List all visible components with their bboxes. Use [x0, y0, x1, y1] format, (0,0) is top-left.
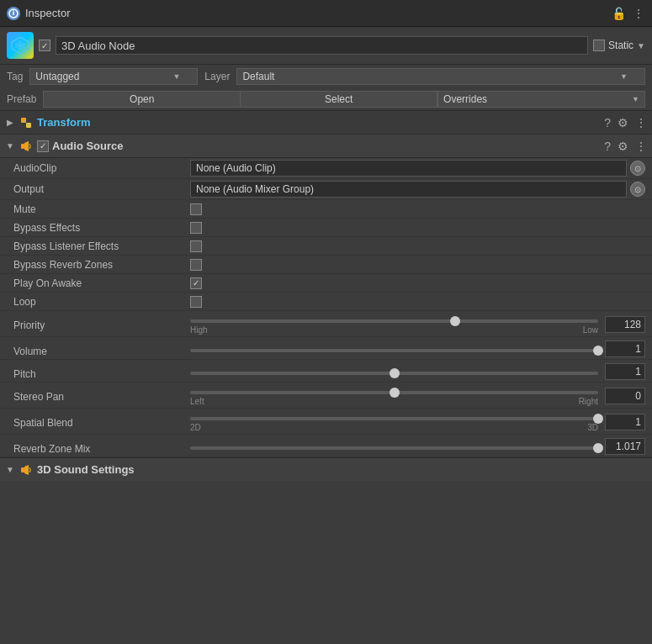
spatial-blend-label: Spatial Blend [13, 412, 190, 429]
overrides-dropdown[interactable]: Overrides ▼ [437, 91, 645, 108]
audio-menu-icon[interactable]: ⋮ [635, 140, 647, 153]
stereo-pan-value-field[interactable] [605, 388, 645, 404]
layer-arrow: ▼ [620, 72, 628, 81]
spatial-blend-slider[interactable] [190, 417, 598, 420]
spatial-blend-value: 2D 3D [190, 412, 645, 432]
audio-collapse-arrow: ▼ [5, 141, 15, 151]
audio-source-enabled-checkbox[interactable] [37, 140, 49, 152]
bypass-reverb-value [190, 259, 645, 271]
mute-label: Mute [13, 203, 190, 215]
svg-rect-12 [21, 467, 24, 472]
audioclip-row: AudioClip None (Audio Clip) ⊙ [0, 158, 652, 179]
output-row: Output None (Audio Mixer Group) ⊙ [0, 179, 652, 200]
tag-layer-row: Tag Untagged ▼ Layer Default ▼ [0, 65, 652, 88]
loop-label: Loop [13, 296, 190, 308]
priority-label: Priority [13, 314, 190, 331]
bypass-reverb-checkbox[interactable] [190, 259, 202, 271]
priority-thumb[interactable] [450, 316, 460, 326]
stereo-pan-slider-container: Left Right [190, 386, 598, 406]
spatial-blend-thumb[interactable] [593, 414, 603, 424]
audio-settings-icon[interactable]: ⚙ [618, 140, 628, 153]
transform-menu-icon[interactable]: ⋮ [635, 116, 647, 129]
priority-row: Priority High Low [0, 311, 652, 337]
title-bar-text: Inspector [25, 7, 612, 19]
stereo-pan-slider[interactable] [190, 391, 598, 394]
pitch-value [190, 363, 645, 380]
priority-value: High Low [190, 314, 645, 335]
bypass-reverb-row: Bypass Reverb Zones [0, 256, 652, 274]
lock-icon[interactable]: 🔓 [612, 7, 625, 20]
bypass-listener-row: Bypass Listener Effects [0, 237, 652, 256]
volume-slider[interactable] [190, 349, 598, 352]
menu-icon[interactable]: ⋮ [632, 7, 645, 20]
prefab-row: Prefab Open Select Overrides ▼ [0, 88, 652, 111]
reverb-zone-mix-slider[interactable] [190, 446, 598, 450]
pitch-thumb[interactable] [390, 368, 400, 378]
mute-checkbox[interactable] [190, 203, 202, 215]
audio-source-actions: ? ⚙ ⋮ [604, 140, 647, 153]
volume-label: Volume [13, 340, 190, 357]
transform-help-icon[interactable]: ? [604, 116, 611, 129]
static-label: Static [608, 40, 633, 51]
audio-icon [19, 139, 34, 154]
select-button[interactable]: Select [241, 91, 437, 108]
pitch-row: Pitch [0, 360, 652, 383]
priority-value-field[interactable] [605, 316, 645, 333]
priority-slider[interactable] [190, 319, 598, 323]
open-button[interactable]: Open [43, 91, 241, 108]
static-checkbox[interactable] [593, 40, 605, 51]
layer-value: Default [242, 71, 274, 82]
spatial-blend-value-field[interactable] [605, 414, 645, 430]
reverb-zone-mix-value [190, 438, 645, 455]
sound-settings-header[interactable]: ▼ 3D Sound Settings [0, 457, 652, 481]
sound-settings-title: 3D Sound Settings [37, 463, 647, 476]
play-on-awake-value [190, 277, 645, 289]
play-on-awake-checkbox[interactable] [190, 277, 202, 289]
reverb-zone-mix-value-field[interactable] [605, 438, 645, 455]
bypass-effects-checkbox[interactable] [190, 222, 202, 234]
bypass-listener-label: Bypass Listener Effects [13, 240, 190, 252]
object-name-field[interactable] [56, 36, 588, 55]
output-field[interactable]: None (Audio Mixer Group) [190, 181, 627, 198]
output-label: Output [13, 183, 190, 195]
bypass-listener-checkbox[interactable] [190, 240, 202, 252]
static-group: Static ▼ [593, 40, 645, 51]
stereo-pan-value: Left Right [190, 386, 645, 406]
stereo-pan-thumb[interactable] [390, 388, 400, 398]
stereo-pan-slider-labels: Left Right [190, 397, 598, 406]
static-dropdown-arrow[interactable]: ▼ [637, 41, 645, 50]
audioclip-field[interactable]: None (Audio Clip) [190, 160, 627, 177]
transform-icon [19, 115, 34, 130]
object-enabled-checkbox[interactable] [39, 40, 50, 51]
inspector-icon [7, 7, 20, 20]
output-select-btn[interactable]: ⊙ [630, 182, 645, 197]
spatial-blend-slider-labels: 2D 3D [190, 423, 598, 432]
stereo-pan-label: Stereo Pan [13, 386, 190, 403]
svg-point-2 [13, 10, 14, 12]
layer-label: Layer [204, 71, 230, 82]
pitch-value-field[interactable] [605, 363, 645, 380]
reverb-zone-mix-thumb[interactable] [593, 443, 603, 453]
sound-settings-arrow: ▼ [5, 465, 15, 475]
tag-arrow: ▼ [172, 72, 180, 81]
object-header: Static ▼ [0, 27, 652, 65]
svg-rect-11 [21, 144, 24, 149]
volume-value-field[interactable] [605, 340, 645, 357]
transform-title: Transform [37, 116, 604, 129]
prefab-label: Prefab [7, 93, 36, 105]
loop-checkbox[interactable] [190, 296, 202, 308]
transform-collapse-arrow: ▶ [5, 118, 15, 128]
audio-source-section-header[interactable]: ▼ Audio Source ? ⚙ ⋮ [0, 135, 652, 158]
tag-dropdown[interactable]: Untagged ▼ [29, 68, 198, 85]
transform-section-header[interactable]: ▶ Transform ? ⚙ ⋮ [0, 111, 652, 135]
audio-help-icon[interactable]: ? [604, 140, 611, 153]
bypass-effects-label: Bypass Effects [13, 222, 190, 234]
volume-thumb[interactable] [593, 346, 603, 356]
layer-dropdown[interactable]: Default ▼ [236, 68, 645, 85]
volume-row: Volume [0, 337, 652, 360]
sound-settings-icon [19, 462, 34, 478]
bypass-effects-value [190, 222, 645, 234]
transform-settings-icon[interactable]: ⚙ [618, 116, 628, 129]
audioclip-select-btn[interactable]: ⊙ [630, 161, 645, 176]
pitch-slider[interactable] [190, 372, 598, 375]
